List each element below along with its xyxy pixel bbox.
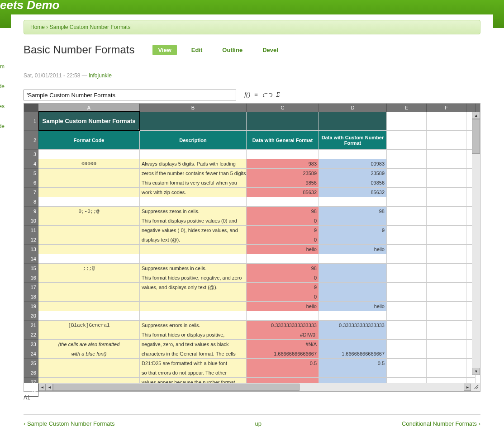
cell[interactable] (427, 283, 466, 292)
cell[interactable]: values, and displays only text (@). (140, 283, 247, 292)
cell[interactable]: work with zip codes. (140, 188, 247, 197)
cell[interactable]: 85632 (247, 188, 319, 197)
cell[interactable] (427, 178, 466, 188)
cell[interactable]: 85632 (319, 188, 387, 197)
cell[interactable] (38, 235, 140, 245)
cell[interactable]: characters in the General format. The ce… (140, 349, 247, 359)
cell[interactable]: 0 (247, 235, 319, 245)
cell[interactable] (38, 302, 140, 311)
cell[interactable] (466, 378, 475, 383)
grid-corner[interactable] (24, 104, 38, 112)
cell[interactable] (387, 321, 427, 330)
cell[interactable]: zeros if the number contains fewer than … (140, 169, 247, 178)
cell[interactable] (427, 207, 466, 216)
column-header-F[interactable]: F (427, 104, 466, 112)
cell[interactable] (427, 359, 466, 368)
cell[interactable]: Data with Custom Number Format (319, 131, 387, 150)
cell[interactable] (427, 273, 466, 283)
cell[interactable] (247, 378, 319, 383)
scroll-up-icon[interactable]: ▴ (472, 112, 480, 119)
cell[interactable]: 0 (247, 216, 319, 226)
cell[interactable] (38, 178, 140, 188)
cell[interactable]: 23589 (247, 169, 319, 178)
cell[interactable] (247, 112, 319, 131)
cell[interactable] (319, 340, 387, 349)
meta-author[interactable]: infojunkie (89, 72, 112, 79)
column-header-B[interactable]: B (140, 104, 247, 112)
cell[interactable]: This format hides or displays positive, (140, 330, 247, 340)
cell[interactable] (387, 188, 427, 197)
cell[interactable] (427, 302, 466, 311)
cell[interactable] (387, 226, 427, 235)
cell[interactable] (387, 131, 427, 150)
column-header-C[interactable]: C (247, 104, 319, 112)
cell[interactable] (427, 131, 466, 150)
formula-bar[interactable] (24, 90, 236, 100)
row-header[interactable]: 5 (24, 169, 38, 178)
cell[interactable]: negative, zero, and text values as black (140, 340, 247, 349)
cell[interactable] (427, 159, 466, 169)
row-header[interactable]: 22 (24, 330, 38, 340)
cell[interactable] (38, 254, 140, 264)
cell[interactable] (140, 197, 247, 207)
cell[interactable]: ;;;@ (38, 264, 140, 273)
cell[interactable]: 98 (247, 207, 319, 216)
cell[interactable] (38, 226, 140, 235)
row-header[interactable]: 10 (24, 216, 38, 226)
row-header[interactable]: 14 (24, 254, 38, 264)
cell[interactable] (387, 159, 427, 169)
cell[interactable] (387, 368, 427, 378)
cell[interactable]: so that errors do not appear. The other (140, 368, 247, 378)
cell[interactable]: Suppresses errors in cells. (140, 321, 247, 330)
cell[interactable] (387, 264, 427, 273)
tab-edit[interactable]: Edit (186, 45, 208, 55)
cell[interactable]: D21:D25 are formatted with a blue font (140, 359, 247, 368)
cell[interactable] (427, 349, 466, 359)
row-header[interactable]: 23 (24, 340, 38, 349)
cell[interactable] (427, 216, 466, 226)
cell[interactable] (38, 150, 140, 159)
cell[interactable]: with a blue font) (38, 349, 140, 359)
cell[interactable] (427, 378, 466, 383)
cell[interactable] (387, 311, 427, 321)
cell[interactable] (319, 273, 387, 283)
column-header-D[interactable]: D (319, 104, 387, 112)
cell[interactable] (38, 368, 140, 378)
formula-tool-button[interactable]: Σ (276, 91, 280, 99)
cell[interactable]: [Black]General (38, 321, 140, 330)
column-header-A[interactable]: A (38, 104, 140, 112)
cell[interactable]: This format displays positive values (0)… (140, 216, 247, 226)
cell[interactable]: 0.5 (247, 359, 319, 368)
cell[interactable] (247, 311, 319, 321)
resize-grip-icon[interactable] (473, 384, 480, 391)
cell[interactable]: values appear because the number format (140, 378, 247, 383)
cell[interactable] (387, 112, 427, 131)
cell[interactable] (247, 254, 319, 264)
cell[interactable]: 00983 (319, 159, 387, 169)
cell[interactable]: -9 (319, 226, 387, 235)
cell[interactable] (38, 188, 140, 197)
cell[interactable]: Data with General Format (247, 131, 319, 150)
cell[interactable]: 983 (247, 159, 319, 169)
horizontal-scrollbar[interactable]: ◂ ◂ ▸ (38, 383, 480, 391)
cell[interactable] (427, 197, 466, 207)
cell[interactable] (387, 245, 427, 254)
tab-outline[interactable]: Outline (217, 45, 248, 55)
row-header[interactable]: 20 (24, 311, 38, 321)
cell[interactable]: 0.333333333333333 (319, 321, 387, 330)
row-header[interactable]: 6 (24, 178, 38, 188)
cell[interactable] (38, 169, 140, 178)
cell[interactable] (247, 150, 319, 159)
spreadsheet-grid[interactable]: 1234567891011121314151617181920212223242… (24, 103, 480, 392)
cell[interactable] (387, 292, 427, 302)
cell[interactable]: hello (247, 302, 319, 311)
cell[interactable] (427, 235, 466, 245)
cell[interactable] (319, 150, 387, 159)
pager-up[interactable]: up (255, 420, 261, 427)
cell[interactable] (319, 311, 387, 321)
hscroll-thumb[interactable] (53, 384, 300, 391)
cell[interactable]: 1.66666666666667 (247, 349, 319, 359)
vscroll-thumb[interactable] (472, 119, 480, 154)
cell[interactable] (140, 302, 247, 311)
cell[interactable] (38, 273, 140, 283)
